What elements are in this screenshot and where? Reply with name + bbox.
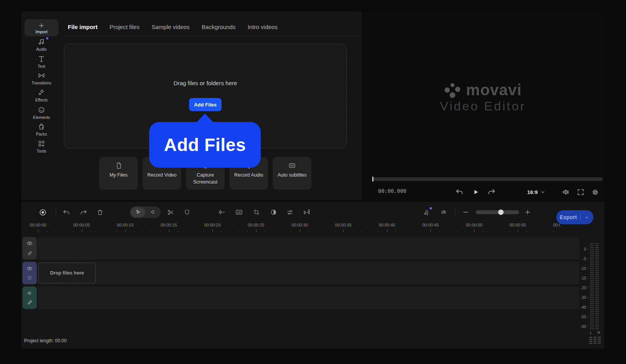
tab-file-import[interactable]: File import — [68, 24, 98, 30]
sidebar-item-audio[interactable]: Audio — [23, 38, 60, 52]
sidebar-item-label: Effects — [35, 98, 48, 102]
sidebar-item-label: Packs — [36, 132, 47, 136]
logo-product-text: Video Editor — [361, 99, 604, 113]
aspect-ratio-value: 16:9 — [527, 189, 538, 195]
effects-burst-icon[interactable] — [27, 275, 33, 281]
ruler-label: 00:00:35 — [335, 223, 352, 227]
export-button[interactable]: Export — [556, 210, 593, 224]
movavi-logo: movavi — [361, 81, 604, 99]
meter-scale-label: -20 — [581, 286, 586, 290]
track-link-toggle link-icon[interactable] — [27, 250, 33, 256]
logo-brand-text: movavi — [466, 81, 522, 99]
overlay-track-lane[interactable] — [38, 237, 579, 259]
callout-text: Add Files — [164, 134, 246, 155]
meter-scale-label: -5 — [583, 257, 586, 261]
media-panel: Import Audio Text Transitions Eff — [21, 12, 361, 200]
player-panel: movavi Video Editor 00:00.000 16:9 — [361, 12, 604, 200]
ruler-label: 00:00:55 — [509, 223, 526, 227]
tab-sample-videos[interactable]: Sample videos — [151, 24, 189, 30]
app-window: Import Audio Text Transitions Eff — [0, 0, 626, 364]
sidebar-item-tools[interactable]: Tools — [23, 140, 60, 153]
track-visibility-toggle eye-icon[interactable] — [26, 265, 33, 272]
card-label: My Files — [101, 172, 136, 179]
meter-scale-label: 0 — [584, 247, 586, 251]
text-icon — [38, 55, 45, 63]
meter-scale-label: -10 — [581, 266, 586, 271]
sidebar-item-label: Audio — [36, 47, 47, 52]
meter-bar-right — [595, 243, 599, 330]
meter-scale-label: -15 — [581, 276, 586, 280]
meter-scale-label: -50 — [581, 315, 586, 319]
meter-channel-label: L — [590, 330, 592, 335]
playhead[interactable] — [372, 177, 373, 182]
play-button[interactable] — [470, 186, 482, 198]
shopping-bag-plus-icon — [38, 123, 45, 130]
media-tabs: File import Project files Sample videos … — [68, 21, 278, 33]
ruler-label: 00:00:05 — [73, 223, 90, 227]
effects-icon — [38, 89, 45, 96]
ruler-label: 00:00:00 — [30, 223, 46, 227]
previous-clip-button[interactable] — [454, 186, 465, 198]
sidebar-item-label: Transitions — [32, 81, 52, 85]
sidebar-item-label: Import — [35, 29, 47, 34]
card-label: Capture Screencast — [188, 172, 222, 185]
my-files-button[interactable]: My Files — [99, 157, 138, 190]
volume-button[interactable] — [560, 186, 572, 198]
ruler-label: 00:01:00 — [553, 223, 561, 227]
track-drop-zone-label: Drop files here — [50, 270, 84, 276]
ruler-label: 00:00:40 — [378, 223, 395, 227]
player-settings-button[interactable] — [589, 186, 601, 198]
meter-channel-label: R — [597, 330, 600, 335]
sidebar-item-transitions[interactable]: Transitions — [23, 72, 60, 85]
video-track-header — [22, 262, 37, 284]
meter-scale-label: -60 — [581, 325, 586, 329]
track-drop-zone[interactable]: Drop files here — [38, 263, 96, 283]
track-mute-toggle speaker-icon[interactable] — [27, 290, 33, 296]
drop-hint-text: Drag files or folders here — [64, 80, 346, 86]
unlink-icon[interactable] — [27, 299, 33, 306]
fullscreen-button[interactable] — [575, 186, 586, 198]
notification-dot — [46, 37, 48, 39]
ruler-label: 00:00:10 — [117, 223, 134, 227]
music-note-icon — [38, 38, 45, 46]
sidebar-item-text[interactable]: Text — [23, 55, 60, 69]
auto-subtitles-button[interactable]: CC Auto subtitles — [273, 157, 311, 190]
audio-track-header — [22, 287, 37, 309]
file-icon — [115, 162, 122, 169]
sidebar-item-import[interactable]: Import — [24, 19, 58, 36]
sidebar-item-label: Text — [38, 64, 45, 69]
export-label: Export — [556, 214, 580, 220]
aspect-ratio-dropdown[interactable]: 16:9 — [527, 186, 545, 198]
add-files-button[interactable]: Add Files — [189, 98, 222, 111]
svg-text:CC: CC — [290, 164, 294, 167]
ruler-label: 00:00:15 — [160, 223, 177, 227]
plus-icon — [38, 22, 45, 29]
seek-bar[interactable] — [372, 177, 603, 181]
ruler-label: 00:00:20 — [204, 223, 221, 227]
next-clip-button[interactable] — [486, 186, 497, 198]
export-chevron-icon[interactable] — [581, 215, 592, 220]
sidebar-item-elements[interactable]: Elements — [23, 106, 60, 120]
tab-intro-videos[interactable]: Intro videos — [248, 24, 278, 30]
track-visibility-toggle eye-icon[interactable] — [26, 240, 33, 247]
meter-channels: LR — [590, 330, 600, 335]
card-label: Auto subtitles — [275, 172, 309, 179]
video-track-lane[interactable] — [38, 262, 579, 284]
sidebar-item-packs[interactable]: Packs — [23, 123, 60, 136]
meter-bar-left — [590, 243, 594, 330]
meter-mini-icon[interactable] — [589, 337, 601, 345]
transitions-icon — [37, 72, 46, 79]
movavi-clover-icon — [444, 82, 461, 99]
smiley-icon — [38, 106, 45, 114]
sidebar-item-effects[interactable]: Effects — [23, 89, 60, 102]
overlay-track-header — [22, 237, 37, 259]
tab-backgrounds[interactable]: Backgrounds — [202, 24, 236, 30]
audio-track-lane[interactable] — [38, 287, 579, 309]
ruler-label: 00:00:30 — [291, 223, 308, 227]
player-timecode: 00:00.000 — [378, 188, 406, 194]
ruler-label: 00:00:50 — [466, 223, 483, 227]
ruler-label: 00:00:25 — [248, 223, 265, 227]
tab-project-files[interactable]: Project files — [110, 24, 140, 30]
timeline-ruler[interactable]: 00:00:0000:00:0500:00:1000:00:1500:00:20… — [21, 202, 561, 237]
subtitles-icon: CC — [288, 162, 296, 169]
